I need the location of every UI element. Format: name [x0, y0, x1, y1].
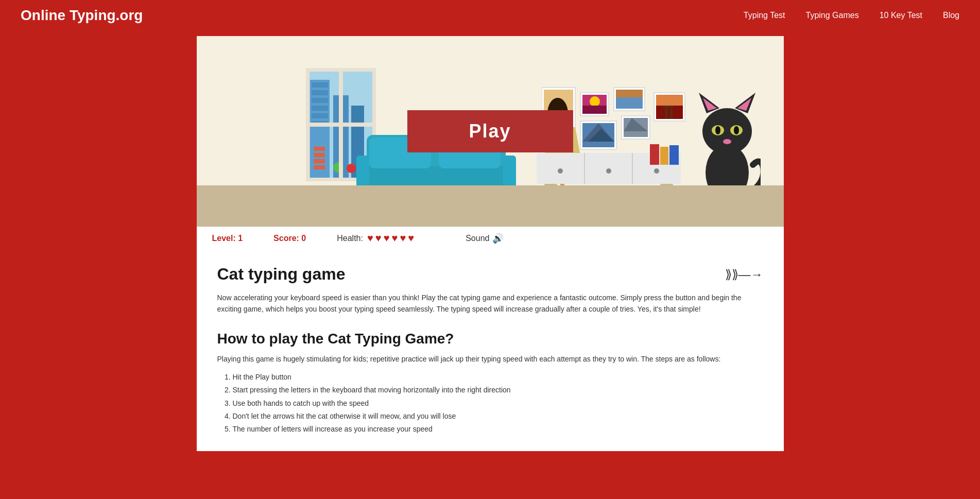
svg-rect-55 [650, 144, 659, 165]
svg-rect-41 [665, 106, 667, 119]
svg-point-67 [702, 108, 752, 154]
svg-point-52 [654, 168, 659, 174]
step-4: Don't let the arrows hit the cat otherwi… [233, 410, 763, 423]
svg-rect-27 [582, 106, 607, 114]
how-to-title: How to play the Cat Typing Game? [217, 331, 763, 347]
sound-area: Sound 🔊 [466, 233, 504, 244]
svg-point-76 [723, 139, 731, 144]
nav-typing-test[interactable]: Typing Test [744, 11, 785, 20]
game-area: Play [197, 36, 784, 227]
step-2: Start pressing the letters in the keyboa… [233, 384, 763, 397]
score-text: Score: 0 [273, 234, 306, 243]
heart-4: ♥ [392, 232, 398, 244]
nav-blog[interactable]: Blog [943, 11, 959, 20]
how-to-intro: Playing this game is hugely stimulating … [217, 353, 763, 365]
svg-rect-62 [356, 156, 369, 189]
svg-rect-30 [616, 97, 643, 109]
svg-rect-63 [503, 156, 516, 189]
heart-6: ♥ [408, 232, 414, 244]
header: Online Typing.org Typing Test Typing Gam… [0, 0, 980, 31]
logo[interactable]: Online Typing.org [21, 7, 143, 24]
play-button[interactable]: Play [407, 110, 573, 152]
room-scene: Play [197, 36, 784, 227]
step-1: Hit the Play button [233, 371, 763, 384]
svg-point-74 [715, 126, 720, 134]
hearts: ♥ ♥ ♥ ♥ ♥ ♥ [367, 232, 414, 244]
heart-2: ♥ [375, 232, 382, 244]
svg-point-26 [590, 96, 600, 107]
svg-point-50 [558, 168, 563, 174]
game-title: Cat typing game [217, 265, 346, 284]
svg-rect-40 [656, 106, 683, 119]
sound-icon[interactable]: 🔊 [492, 233, 504, 244]
svg-point-75 [734, 126, 739, 134]
play-button-container: Play [407, 110, 573, 152]
content-header: Cat typing game ⟫⟫—→ [217, 265, 763, 284]
nav-10-key-test[interactable]: 10 Key Test [880, 11, 922, 20]
main-container: Play Level: 1 Score: 0 Health: ♥ ♥ ♥ ♥ ♥… [197, 36, 784, 451]
heart-5: ♥ [400, 232, 406, 244]
nav-typing-games[interactable]: Typing Games [806, 11, 859, 20]
svg-rect-56 [660, 147, 668, 165]
content-area: Cat typing game ⟫⟫—→ Now accelerating yo… [197, 249, 784, 451]
health-area: Health: ♥ ♥ ♥ ♥ ♥ ♥ [337, 232, 414, 244]
level-text: Level: 1 [212, 234, 243, 243]
step-3: Use both hands to catch up with the spee… [233, 397, 763, 410]
status-bar: Level: 1 Score: 0 Health: ♥ ♥ ♥ ♥ ♥ ♥ So… [197, 227, 784, 249]
nav: Typing Test Typing Games 10 Key Test Blo… [744, 11, 959, 20]
svg-rect-42 [670, 108, 673, 119]
svg-point-51 [606, 168, 611, 174]
svg-rect-57 [669, 145, 679, 165]
floor [197, 185, 784, 227]
step-5: The number of letters will increase as y… [233, 423, 763, 436]
svg-rect-43 [663, 106, 674, 107]
heart-1: ♥ [367, 232, 373, 244]
next-arrow-icon[interactable]: ⟫⟫—→ [725, 267, 763, 282]
game-description: Now accelerating your keyboard speed is … [217, 292, 763, 315]
steps-list: Hit the Play button Start pressing the l… [217, 371, 763, 436]
health-label: Health: [337, 234, 363, 243]
sound-label: Sound [466, 234, 489, 243]
books [650, 139, 681, 165]
heart-3: ♥ [384, 232, 390, 244]
